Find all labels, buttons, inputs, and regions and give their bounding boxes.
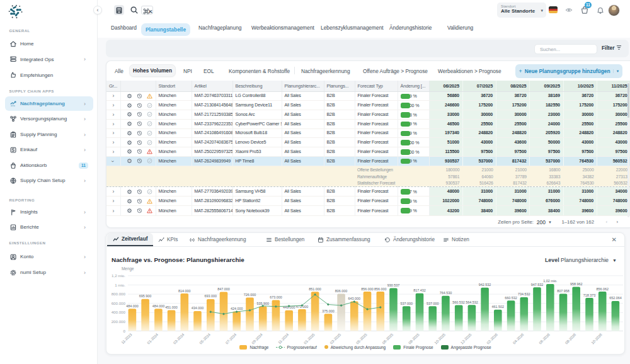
svg-text:434.000: 434.000: [192, 306, 204, 310]
svg-text:800.000: 800.000: [112, 292, 126, 296]
svg-text:600.000: 600.000: [112, 301, 126, 305]
svg-text:564.532: 564.532: [466, 300, 478, 304]
svg-text:04-2026: 04-2026: [512, 333, 525, 345]
svg-text:560.532: 560.532: [452, 300, 465, 304]
svg-text:07-2024: 07-2024: [225, 333, 238, 345]
svg-text:K: K: [149, 9, 153, 14]
svg-text:806.000: 806.000: [335, 289, 348, 293]
svg-text:693.000: 693.000: [205, 294, 217, 298]
svg-text:947.532: 947.532: [531, 283, 544, 287]
svg-text:958.962: 958.962: [570, 282, 583, 286]
svg-text:537.000: 537.000: [400, 302, 413, 305]
svg-text:02-2026: 02-2026: [486, 333, 498, 345]
svg-text:856.000: 856.000: [361, 287, 374, 291]
svg-text:03-2024: 03-2024: [173, 333, 185, 345]
svg-text:814.000: 814.000: [178, 289, 191, 293]
svg-text:856.000: 856.000: [374, 287, 387, 291]
svg-text:400.000: 400.000: [112, 310, 126, 314]
svg-text:673.000: 673.000: [270, 295, 282, 299]
svg-text:01-2025: 01-2025: [303, 333, 316, 345]
svg-text:660.532: 660.532: [505, 296, 517, 300]
svg-text:200.000: 200.000: [112, 319, 126, 324]
svg-text:537.000: 537.000: [427, 302, 439, 305]
svg-text:1 mio.: 1 mio.: [115, 283, 125, 287]
svg-text:807.958: 807.958: [557, 289, 570, 293]
svg-text:461.502: 461.502: [492, 305, 505, 309]
svg-text:06-2025: 06-2025: [382, 333, 394, 345]
svg-text:08-2025: 08-2025: [408, 333, 420, 345]
svg-text:11-2024: 11-2024: [277, 333, 290, 345]
svg-text:01-2024: 01-2024: [147, 333, 159, 345]
svg-text:851.000: 851.000: [309, 287, 321, 291]
svg-text:718.373: 718.373: [583, 293, 596, 297]
svg-text:05-2024: 05-2024: [198, 333, 211, 345]
svg-text:08-2026: 08-2026: [564, 333, 577, 345]
svg-text:12-2025: 12-2025: [460, 333, 472, 345]
svg-text:375.000: 375.000: [322, 309, 335, 313]
svg-text:03-2025: 03-2025: [329, 333, 342, 345]
svg-text:847.000: 847.000: [217, 287, 230, 291]
svg-text:930.537: 930.537: [387, 283, 400, 287]
svg-text:05-2025: 05-2025: [355, 333, 368, 345]
svg-text:484.000: 484.000: [152, 304, 165, 308]
svg-text:856.062: 856.062: [596, 287, 609, 291]
svg-text:11-2023: 11-2023: [120, 333, 133, 345]
svg-text:817.432: 817.432: [413, 288, 426, 292]
svg-text:726.000: 726.000: [244, 293, 256, 297]
svg-text:10-2026: 10-2026: [590, 333, 603, 345]
svg-text:652.064: 652.064: [609, 296, 622, 300]
svg-text:695.900: 695.900: [139, 294, 152, 298]
svg-text:643.000: 643.000: [348, 297, 361, 300]
svg-text:10-2025: 10-2025: [434, 333, 447, 345]
svg-text:484.000: 484.000: [126, 304, 139, 308]
svg-text:1,2 mio.: 1,2 mio.: [112, 273, 125, 278]
svg-text:942.532: 942.532: [479, 283, 491, 287]
svg-text:451.000: 451.000: [165, 305, 178, 309]
svg-text:06-2026: 06-2026: [538, 333, 551, 345]
svg-text:1,02 mio.: 1,02 mio.: [543, 279, 557, 283]
svg-text:0: 0: [123, 329, 126, 333]
svg-text:09-2024: 09-2024: [251, 333, 263, 345]
svg-text:424.000: 424.000: [231, 307, 243, 310]
svg-text:734.532: 734.532: [518, 292, 530, 296]
svg-text:764.530: 764.530: [440, 291, 452, 295]
